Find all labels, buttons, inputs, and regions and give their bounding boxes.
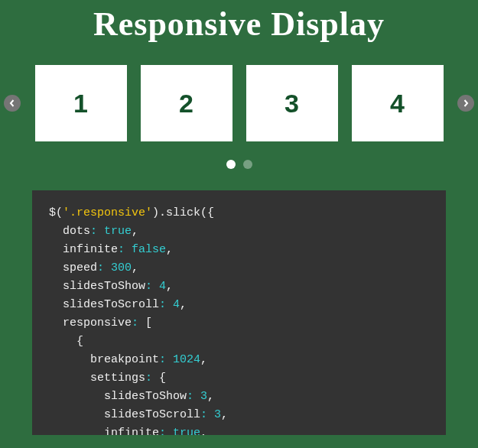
code-block: $('.responsive').slick({ dots: true, inf… <box>32 190 446 435</box>
page-title: Responsive Display <box>0 0 478 44</box>
prev-arrow-button[interactable] <box>4 95 21 112</box>
slide[interactable]: 3 <box>246 65 338 141</box>
slide[interactable]: 4 <box>352 65 444 141</box>
slide[interactable]: 1 <box>35 65 127 141</box>
slides-track: 1 2 3 4 <box>23 65 455 141</box>
next-arrow-button[interactable] <box>457 95 474 112</box>
chevron-left-icon <box>8 98 16 109</box>
chevron-right-icon <box>462 98 470 109</box>
dot[interactable] <box>243 160 252 169</box>
pagination-dots <box>0 160 478 169</box>
dot-active[interactable] <box>226 160 236 169</box>
slide[interactable]: 2 <box>141 65 232 141</box>
carousel: 1 2 3 4 <box>0 65 478 141</box>
